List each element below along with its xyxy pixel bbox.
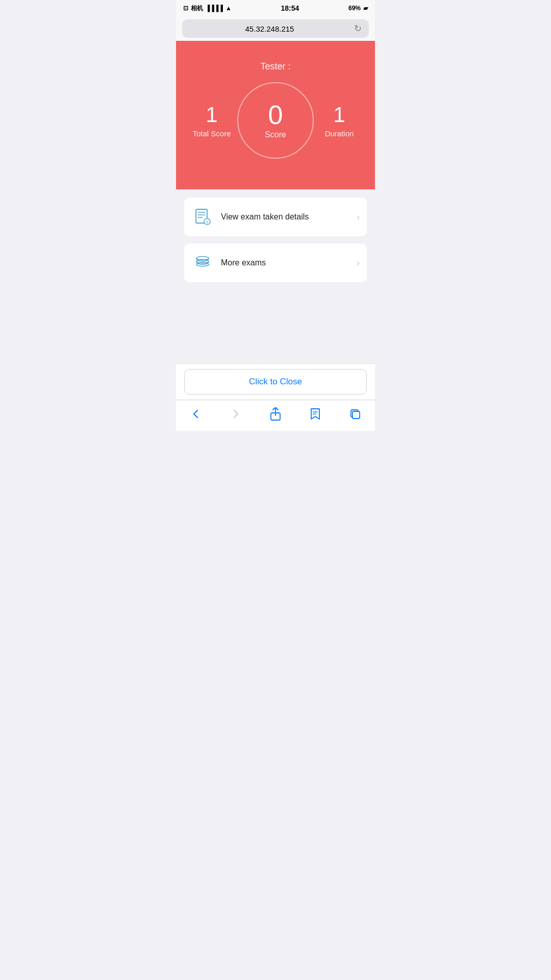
more-exams-chevron: › <box>357 258 360 268</box>
score-label: Score <box>265 130 286 139</box>
duration-box: 1 Duration <box>314 103 365 137</box>
status-bar: ⊡ 相机 ▐▐▐▐ ▲ 18:54 69% ▰ <box>176 0 375 16</box>
total-score-value: 1 <box>206 103 217 127</box>
total-score-box: 1 Total Score <box>186 103 237 137</box>
close-button[interactable]: Click to Close <box>184 369 367 395</box>
score-circle-wrapper: 0 Score <box>237 82 314 159</box>
status-left: ⊡ 相机 ▐▐▐▐ ▲ <box>183 4 232 13</box>
camera-icon: ⊡ <box>183 5 188 12</box>
more-exams-icon <box>191 252 214 274</box>
battery-percent: 69% <box>348 5 361 12</box>
bottom-nav <box>176 400 375 431</box>
score-row: 1 Total Score 0 Score 1 Duration <box>186 82 365 159</box>
reload-button[interactable]: ↻ <box>354 23 362 34</box>
url-text: 45.32.248.215 <box>189 24 350 33</box>
view-exam-details-button[interactable]: i View exam taken details › <box>184 198 367 236</box>
forward-button <box>224 405 247 423</box>
url-input[interactable]: 45.32.248.215 ↻ <box>182 19 369 38</box>
close-button-bar: Click to Close <box>176 363 375 400</box>
bookmarks-button[interactable] <box>304 405 327 423</box>
svg-text:i: i <box>207 219 208 225</box>
tabs-button[interactable] <box>344 405 366 423</box>
status-time: 18:54 <box>281 4 299 12</box>
tester-label: Tester : <box>260 61 290 72</box>
score-value: 0 <box>268 102 283 128</box>
more-exams-button[interactable]: More exams › <box>184 243 367 282</box>
exam-details-text: View exam taken details <box>221 212 357 222</box>
carrier-label: 相机 <box>191 4 203 13</box>
signal-icon: ▐▐▐▐ <box>206 5 223 12</box>
content-section: i View exam taken details › More exams › <box>176 189 375 363</box>
exam-details-chevron: › <box>357 212 360 223</box>
total-score-label: Total Score <box>192 129 231 138</box>
share-button[interactable] <box>264 405 287 423</box>
back-button[interactable] <box>185 405 207 423</box>
duration-label: Duration <box>325 129 354 138</box>
more-exams-text: More exams <box>221 258 357 267</box>
wifi-icon: ▲ <box>226 5 232 12</box>
svg-rect-13 <box>353 411 360 419</box>
status-right: 69% ▰ <box>348 5 368 12</box>
score-circle: 0 Score <box>237 82 314 159</box>
exam-details-icon: i <box>191 206 214 228</box>
battery-icon: ▰ <box>363 5 368 12</box>
hero-section: Tester : 1 Total Score 0 Score 1 Duratio… <box>176 41 375 189</box>
duration-value: 1 <box>333 103 345 127</box>
url-bar: 45.32.248.215 ↻ <box>176 16 375 41</box>
